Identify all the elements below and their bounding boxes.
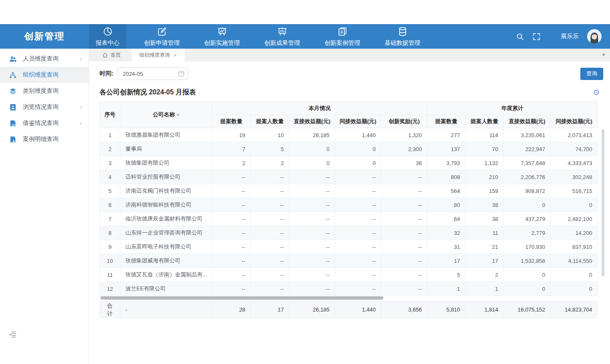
cell-month-indirect-benefit: 1,440 — [335, 128, 381, 142]
total-label: 合计 — [100, 301, 120, 318]
date-input[interactable] — [118, 67, 188, 80]
total-year-proposers: 1,814 — [466, 301, 504, 318]
browse-icon — [9, 104, 17, 111]
cell-year-indirect-benefit: 2,073,413 — [551, 128, 598, 142]
cell-month-indirect-benefit: -- — [335, 240, 381, 254]
nav-item-innovation-achievement[interactable]: 创新成果管理 — [258, 24, 307, 49]
cell-seq: 12 — [100, 282, 120, 296]
sidebar-item-browse-status[interactable]: 浏览情况查询 › — [0, 99, 89, 115]
cell-year-proposers: 11 — [466, 226, 504, 240]
column-header-company[interactable]: 公司名称˅ — [120, 102, 212, 128]
horizontal-scrollbar-thumb[interactable] — [100, 296, 383, 300]
cell-seq: 3 — [100, 156, 120, 170]
cell-month-indirect-benefit: -- — [335, 282, 381, 296]
user-avatar[interactable] — [587, 29, 602, 44]
cell-year-proposals: 1 — [427, 282, 466, 296]
cell-year-proposers: 17 — [466, 254, 504, 268]
cell-month-reward: -- — [381, 184, 427, 198]
cell-year-proposals: 5 — [427, 268, 466, 282]
cell-year-proposers: 70 — [466, 142, 504, 156]
cell-month-direct-benefit: -- — [289, 240, 335, 254]
cell-month-proposals: -- — [212, 254, 251, 268]
table-row: 10 玫德集团威海有限公司 -- -- -- -- -- 17 17 1,532… — [100, 254, 598, 268]
tabbar-dropdown-icon[interactable]: ▼ — [602, 52, 606, 57]
cell-year-indirect-benefit: 516,715 — [551, 184, 598, 198]
total-row: 合计 - 28 17 26,185 1,440 3,656 5,810 1,81… — [100, 301, 598, 318]
current-user-name[interactable]: 展乐乐 — [561, 33, 579, 40]
cell-year-proposals: 80 — [427, 198, 466, 212]
cell-month-reward: 2,300 — [381, 142, 427, 156]
cell-company: 玫德艾瓦兹（济南）金属制品有... — [120, 268, 212, 282]
table-row: 7 临沂玫德庚辰金属材料有限公司 -- -- -- -- -- 64 38 43… — [100, 212, 598, 226]
sidebar-item-org-dimension[interactable]: 组织维度查询 — [0, 67, 89, 83]
nav-item-base-data[interactable]: 基础数据管理 — [378, 24, 427, 49]
home-icon — [103, 52, 108, 58]
gear-icon[interactable]: ⚙ — [593, 88, 600, 97]
calendar-icon[interactable] — [178, 71, 184, 77]
cell-year-proposers: 38 — [466, 212, 504, 226]
sidebar-item-person-dimension[interactable]: 人员维度查询 › — [0, 51, 89, 67]
cell-year-direct-benefit: 7,357,648 — [504, 156, 551, 170]
cell-month-reward: -- — [381, 170, 427, 184]
cell-company: 济南科德智能科技有限公司 — [120, 198, 212, 212]
cell-year-indirect-benefit: 4,333,473 — [551, 156, 598, 170]
cell-month-reward: -- — [381, 240, 427, 254]
cell-month-direct-benefit: -- — [289, 254, 335, 268]
table-row: 2 董事局 7 5 0 0 2,300 137 70 222,947 74,70 — [100, 142, 598, 156]
cell-year-proposers: 21 — [466, 240, 504, 254]
close-icon[interactable]: × — [174, 52, 177, 58]
search-icon[interactable] — [516, 33, 524, 41]
cell-month-indirect-benefit: 0 — [335, 142, 381, 156]
sidebar-item-reference-status[interactable]: 借鉴情况查询 › — [0, 115, 89, 131]
sidebar-collapse-icon[interactable] — [9, 331, 16, 339]
cell-month-indirect-benefit: -- — [335, 268, 381, 282]
group-header-year: 年度累计 — [427, 102, 598, 115]
nav-item-innovation-apply[interactable]: 创新申请管理 — [137, 24, 186, 49]
cell-seq: 1 — [100, 128, 120, 142]
cell-month-indirect-benefit: -- — [335, 170, 381, 184]
vertical-scrollbar-thumb[interactable] — [602, 129, 604, 276]
sidebar-item-category-dimension[interactable]: 类别维度查询 — [0, 83, 89, 99]
cell-year-direct-benefit: 2,206,776 — [504, 170, 551, 184]
total-month-proposers: 17 — [251, 301, 289, 318]
tab-org-dimension[interactable]: 组织维度查询 × — [132, 49, 185, 61]
query-button[interactable]: 查询 — [580, 68, 603, 80]
cell-month-direct-benefit: -- — [289, 212, 335, 226]
tab-home[interactable]: 首页 — [95, 49, 128, 61]
cell-seq: 11 — [100, 268, 120, 282]
nav-item-report-center[interactable]: 报表中心 — [89, 24, 126, 49]
cell-year-direct-benefit: 0 — [504, 268, 551, 282]
cell-year-proposals: 277 — [427, 128, 466, 142]
total-year-indirect-benefit: 14,823,704 — [551, 301, 598, 318]
tab-bar: 首页 组织维度查询 × ▼ — [89, 49, 610, 61]
chevron-right-icon: › — [80, 104, 82, 110]
app-title: 创新管理 — [0, 24, 89, 49]
nav-item-innovation-implement[interactable]: 创新实施管理 — [197, 24, 247, 49]
cell-seq: 8 — [100, 226, 120, 240]
cell-month-proposals: -- — [212, 184, 251, 198]
total-month-direct-benefit: 26,185 — [289, 301, 335, 318]
sidebar-item-case-detail[interactable]: 案例明细查询 — [0, 131, 89, 147]
cell-year-proposals: 64 — [427, 212, 466, 226]
cell-year-proposers: 1 — [466, 282, 504, 296]
cell-seq: 4 — [100, 170, 120, 184]
cell-month-proposals: -- — [212, 198, 251, 212]
fullscreen-icon[interactable] — [532, 33, 541, 41]
report-title: 各公司创新情况 2024-05 月报表 — [100, 88, 196, 97]
chevron-down-icon: ˅ — [176, 112, 180, 117]
nav-item-innovation-case[interactable]: 创新案例管理 — [318, 24, 367, 49]
cell-company: 济南迈克阀门科技有限公司 — [120, 184, 212, 198]
cell-company: 玫德雅昌集团有限公司 — [120, 128, 212, 142]
column-header: 间接效益额(元) — [335, 115, 381, 128]
cell-year-proposers: 114 — [466, 128, 504, 142]
cell-year-direct-benefit: 3,235,061 — [504, 128, 551, 142]
app-window: 创新管理 报表中心 创新申请管理 创新实施管理 — [0, 0, 610, 364]
table-row: 6 济南科德智能科技有限公司 -- -- -- -- -- 80 38 0 0 — [100, 198, 598, 212]
cell-year-proposals: 564 — [427, 184, 466, 198]
cell-seq: 10 — [100, 254, 120, 268]
report-header: 各公司创新情况 2024-05 月报表 ⚙ — [100, 88, 603, 97]
table-row: 11 玫德艾瓦兹（济南）金属制品有... -- -- -- -- -- 5 2 … — [100, 268, 598, 282]
cell-year-indirect-benefit: 0 — [551, 282, 598, 296]
cell-year-direct-benefit: 908,872 — [504, 184, 551, 198]
cell-month-proposals: -- — [212, 212, 251, 226]
